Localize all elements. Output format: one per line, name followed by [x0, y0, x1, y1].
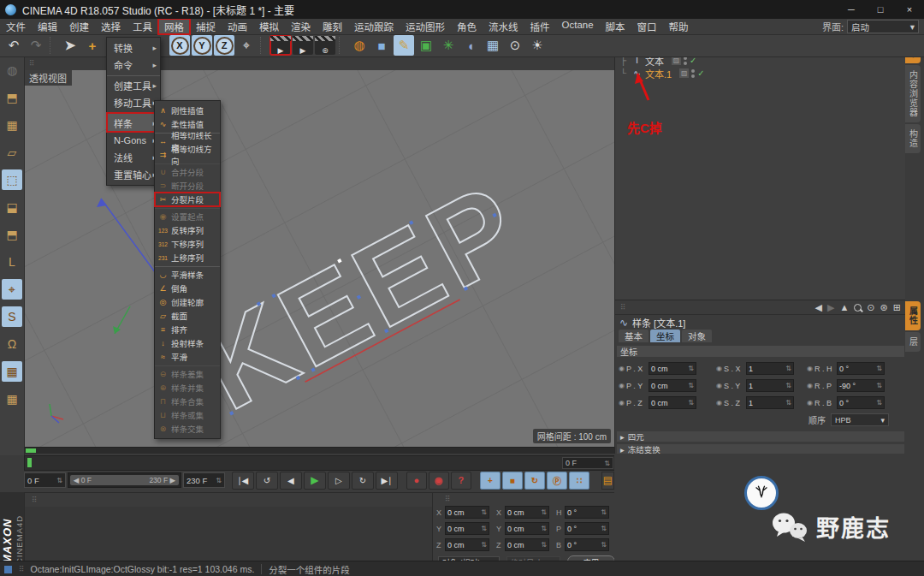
field-input[interactable]: -90 ° ⇅ — [837, 379, 885, 392]
mesh-menu-item[interactable]: 重置轴心 ▸ — [107, 166, 160, 183]
mesh-menu-item[interactable]: 法线 ▸ — [107, 149, 160, 166]
key-record-icon[interactable]: ◉ — [716, 365, 722, 372]
cube-primitive-icon[interactable]: ■ — [371, 35, 392, 56]
deformer-icon[interactable]: ◖ — [460, 35, 481, 56]
field-input[interactable]: 0 cm ⇅ — [505, 538, 549, 551]
spinner-icon[interactable]: ⇅ — [541, 525, 547, 532]
mesh-menu-item[interactable]: 样条 ▸ — [107, 113, 160, 132]
workplane-lock-icon[interactable]: ▦ — [2, 361, 22, 382]
range-bar[interactable]: ◀ 0 F 230 F ▶ — [70, 475, 179, 485]
spinner-icon[interactable]: ⇅ — [785, 399, 791, 407]
object-row[interactable]: └ ∿ 文本.1 ▨ ✓ — [620, 67, 906, 80]
mesh-menu-item[interactable]: N-Gons ▸ — [107, 132, 160, 149]
subdivision-surface-icon[interactable]: ◍ — [349, 35, 370, 56]
spinner-icon[interactable]: ⇅ — [601, 525, 607, 532]
maximize-button[interactable]: □ — [866, 0, 895, 19]
menubar-item[interactable]: 选择 — [95, 19, 127, 34]
mesh-menu-item[interactable]: 命令 ▸ — [107, 56, 160, 74]
spinner-icon[interactable]: ⇅ — [785, 365, 791, 372]
model-mode-icon[interactable]: ⬒ — [2, 87, 22, 108]
spline-submenu-item[interactable]: ◎ 创建轮廓 — [155, 295, 220, 309]
minimize-button[interactable]: ─ — [837, 0, 866, 19]
key-record-icon[interactable]: ◉ — [807, 399, 813, 407]
spinner-icon[interactable]: ⇅ — [481, 508, 487, 516]
spline-submenu-item[interactable]: ⊃ 断开分段 — [155, 179, 220, 193]
spline-submenu-item[interactable]: ≈ 平滑 — [155, 350, 220, 364]
lock-icon[interactable]: ⊙ — [867, 302, 874, 313]
lock-y-axis[interactable]: Y — [192, 35, 212, 56]
menubar-item[interactable]: 工具 — [127, 19, 158, 34]
live-selection-tool[interactable]: ➤ — [60, 35, 80, 56]
spline-submenu-item[interactable]: ↓ 投射样条 — [155, 336, 220, 350]
camera-icon[interactable]: ⊙ — [505, 35, 525, 56]
end-frame-field[interactable]: 230 F ⇅ — [183, 472, 225, 488]
phong-tag-icon[interactable]: ▨ — [679, 68, 689, 78]
current-frame-box[interactable]: 0 F ⇅ — [562, 457, 613, 469]
object-name[interactable]: 文本.1 — [645, 67, 672, 80]
field-input[interactable]: 1 ⇅ — [746, 396, 794, 409]
spinner-icon[interactable]: ⇅ — [688, 365, 694, 372]
menubar-item[interactable]: 捕捉 — [190, 19, 222, 34]
tweak-mode-icon[interactable]: ⌖ — [2, 279, 22, 300]
scrollbar-handle[interactable] — [26, 448, 36, 453]
lock-x-axis[interactable]: X — [169, 35, 190, 56]
goto-start-button[interactable]: ∣◀ — [232, 472, 254, 490]
points-mode-icon[interactable]: ⬚ — [2, 169, 22, 190]
spline-submenu-item[interactable]: ◡ 平滑样条 — [155, 266, 220, 282]
history-forward-icon[interactable]: ▶ — [827, 302, 834, 313]
spinner-icon[interactable]: ⇅ — [876, 365, 882, 372]
spline-submenu-item[interactable]: ∠ 倒角 — [155, 282, 220, 295]
layout-tab[interactable]: 内容浏览器 — [905, 65, 921, 122]
field-input[interactable]: 0 cm ⇅ — [649, 379, 696, 392]
gear-icon[interactable]: ⊛ — [880, 302, 888, 313]
next-key-button[interactable]: ↻ — [352, 472, 374, 490]
spinner-icon[interactable]: ⇅ — [688, 399, 694, 407]
spline-submenu-item[interactable]: ◉ 设置起点 — [155, 208, 220, 223]
field-input[interactable]: 0 cm ⇅ — [445, 506, 489, 519]
range-right-cap[interactable]: ▶ — [170, 476, 176, 484]
menubar-item[interactable]: 文件 — [0, 19, 32, 34]
mesh-menu-item[interactable]: 创建工具 ▸ — [107, 75, 160, 94]
spinner-icon[interactable]: ⇅ — [604, 460, 610, 467]
mesh-menu-item[interactable]: 转换 ▸ — [107, 39, 160, 56]
keyframe-selection-button[interactable]: ? — [451, 472, 471, 490]
magnet-icon[interactable]: Ω — [2, 334, 22, 354]
layout-tab[interactable]: 层 — [905, 332, 921, 352]
spline-submenu-item[interactable]: ▱ 截面 — [155, 309, 220, 323]
spline-submenu-item[interactable]: ≡ 排齐 — [155, 323, 220, 336]
timeline-ladder-button[interactable]: ▤ — [601, 472, 614, 490]
field-input[interactable]: 0 cm ⇅ — [505, 506, 549, 519]
spinner-icon[interactable]: ⇅ — [481, 541, 487, 549]
menubar-item[interactable]: 流水线 — [483, 19, 524, 34]
attribute-tab[interactable]: 坐标 — [650, 330, 680, 342]
convert-selection-icon[interactable]: ◍ — [2, 60, 22, 80]
record-keyframe-button[interactable]: ● — [406, 472, 427, 490]
spinner-icon[interactable]: ⇅ — [876, 399, 882, 407]
attribute-tab[interactable]: 基本 — [619, 330, 649, 342]
move-tool[interactable]: + — [82, 35, 103, 56]
lock-z-axis[interactable]: Z — [214, 35, 234, 56]
playhead-marker[interactable] — [27, 458, 32, 467]
enable-axis-icon[interactable]: L — [2, 252, 22, 272]
menubar-item[interactable]: 插件 — [524, 19, 556, 34]
field-input[interactable]: 0 ° ⇅ — [837, 362, 885, 375]
menubar-item[interactable]: 运动图形 — [400, 19, 451, 34]
spline-submenu-item[interactable]: ∪ 合并分段 — [155, 163, 220, 179]
menubar-item[interactable]: 窗口 — [631, 19, 663, 34]
panel-grip[interactable]: ⠿ — [32, 496, 37, 504]
close-button[interactable]: × — [895, 0, 924, 19]
menubar-item[interactable]: Octane — [556, 19, 600, 34]
snap-settings-icon[interactable]: S — [2, 306, 22, 327]
search-icon[interactable] — [854, 304, 862, 312]
menubar-item[interactable]: 模拟 — [253, 19, 285, 34]
prev-key-button[interactable]: ↺ — [256, 472, 278, 490]
field-input[interactable]: 0 cm ⇅ — [445, 538, 489, 551]
next-frame-button[interactable]: ▷ — [328, 472, 350, 490]
history-back-icon[interactable]: ◀ — [815, 302, 822, 313]
panel-grip[interactable]: ⠿ — [29, 59, 34, 68]
key-record-icon[interactable]: ◉ — [619, 382, 625, 389]
spline-submenu-item[interactable]: 123 反转序列 — [155, 223, 220, 237]
menubar-item[interactable]: 创建 — [63, 19, 95, 34]
spline-submenu-item[interactable]: ✂ 分裂片段 — [155, 193, 220, 206]
workplane-transform-icon[interactable]: ▦ — [2, 389, 22, 409]
